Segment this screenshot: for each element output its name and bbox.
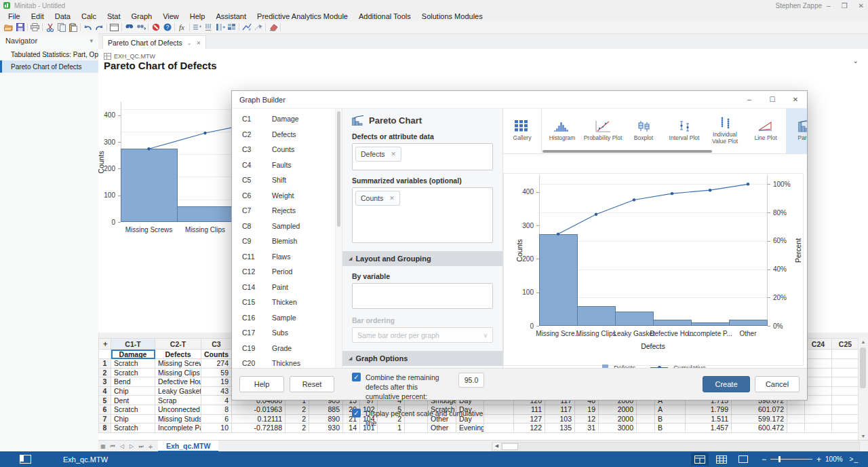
worksheet-cell[interactable]: Missing Clips	[155, 368, 201, 377]
chip-remove-icon[interactable]: ✕	[389, 195, 395, 202]
worksheet-cell[interactable]: 103	[545, 414, 575, 424]
next-worksheet-icon[interactable]: ▷	[127, 443, 136, 449]
worksheet-cell[interactable]	[832, 405, 859, 414]
formula-icon[interactable]: fx	[176, 22, 188, 33]
column-header[interactable]: C24	[805, 339, 832, 350]
restore-button[interactable]: ❐	[842, 2, 848, 10]
worksheet-cell[interactable]: 31	[575, 424, 599, 433]
worksheet-cell[interactable]: -0.72188	[232, 424, 285, 433]
cut-icon[interactable]	[44, 22, 56, 33]
new-window-icon[interactable]	[108, 22, 120, 33]
worksheet-cell[interactable]: B	[655, 424, 686, 433]
worksheet-cell[interactable]: 10	[201, 424, 232, 433]
worksheet-cell[interactable]: 0.12111	[232, 414, 285, 424]
insert-cols-icon[interactable]	[203, 22, 214, 33]
column-name-cell[interactable]	[99, 350, 111, 359]
worksheet-cell[interactable]: 2000	[599, 414, 637, 424]
worksheet-cell[interactable]	[805, 424, 832, 433]
section-graph-options[interactable]: ◢ Graph Options	[342, 351, 502, 366]
worksheet-tab[interactable]: Exh_qc.MTW	[158, 441, 218, 452]
worksheet-cell[interactable]	[805, 405, 832, 414]
worksheet-cell[interactable]: 111	[514, 405, 545, 414]
gallery-tile-histogram[interactable]: Histogram	[542, 109, 583, 153]
summarized-variables-field[interactable]: Counts ✕	[352, 187, 493, 243]
worksheet-cell[interactable]	[832, 424, 859, 433]
column-list-item[interactable]: C6Weight	[232, 188, 335, 204]
chip-remove-icon[interactable]: ✕	[391, 151, 397, 157]
scroll-up-icon[interactable]: ▲	[859, 339, 868, 344]
worksheet-cell[interactable]: 12	[575, 414, 599, 424]
column-header[interactable]: C2-T	[155, 339, 201, 350]
worksheet-cell[interactable]: Defective Housi	[155, 377, 201, 387]
worksheet-cell[interactable]: Incomplete Part	[155, 424, 201, 433]
column-list-item[interactable]: C19Grade	[232, 341, 335, 356]
find-icon[interactable]	[123, 22, 135, 33]
worksheet-cell[interactable]: 6	[99, 405, 111, 414]
column-name-cell[interactable]	[805, 350, 832, 359]
worksheet-cell[interactable]: 6	[201, 414, 232, 424]
zoom-slider-thumb[interactable]	[778, 456, 781, 462]
worksheet-cell[interactable]: 1.511	[686, 414, 732, 424]
worksheet-cell[interactable]: B	[655, 414, 686, 424]
find-next-icon[interactable]	[135, 22, 146, 33]
copy-icon[interactable]	[56, 22, 67, 33]
worksheet-info-icon[interactable]	[226, 22, 237, 33]
menu-stat[interactable]: Stat	[102, 12, 126, 20]
split-view-icon[interactable]	[691, 453, 709, 466]
worksheet-cell[interactable]	[805, 414, 832, 424]
paste-icon[interactable]	[67, 22, 79, 33]
worksheet-cell[interactable]: 2	[285, 405, 309, 414]
select-items-icon[interactable]	[252, 22, 264, 33]
column-list-item[interactable]: C9Blemish	[232, 234, 335, 249]
menu-calc[interactable]: Calc	[76, 12, 102, 20]
worksheet-cell[interactable]: Scratch	[111, 359, 155, 369]
worksheet-cell[interactable]: 19	[575, 405, 599, 414]
worksheet-cell[interactable]: Dent	[111, 396, 155, 405]
worksheet-horizontal-scrollbar[interactable]: ◀	[492, 442, 860, 451]
menu-data[interactable]: Data	[50, 12, 76, 20]
worksheet-cell[interactable]: 885	[309, 405, 343, 414]
eraser-icon[interactable]	[267, 22, 279, 33]
worksheet-cell[interactable]: 2	[285, 424, 309, 433]
zoom-out-icon[interactable]: −	[762, 455, 766, 464]
previous-worksheet-icon[interactable]: ◁	[117, 443, 127, 449]
worksheet-cell[interactable]	[832, 414, 859, 424]
command-line-icon[interactable]: >_	[850, 455, 859, 463]
worksheet-cell[interactable]: 5	[99, 396, 111, 405]
worksheet-cell[interactable]: 274	[201, 359, 232, 369]
by-variable-field[interactable]	[352, 283, 493, 309]
gallery-tile-line-plot[interactable]: Line Plot	[745, 109, 786, 153]
menu-solutions-modules[interactable]: Solutions Modules	[416, 12, 488, 20]
worksheet-cell[interactable]: 600.472	[732, 424, 787, 433]
navigator-item[interactable]: Tabulated Statistics: Part, Operator	[0, 48, 98, 60]
gallery-tile-boxplot[interactable]: Boxplot	[623, 109, 664, 153]
gallery-tile-probability-plot[interactable]: Probability Plot	[583, 109, 623, 153]
first-worksheet-icon[interactable]: ⏮	[108, 443, 117, 450]
display-percent-checkbox[interactable]: ✓	[352, 409, 361, 417]
worksheet-cell[interactable]	[787, 405, 805, 414]
counts-chip[interactable]: Counts ✕	[355, 191, 400, 206]
column-header[interactable]: C3	[201, 339, 232, 350]
column-list-item[interactable]: C20Thicknes	[232, 356, 335, 368]
column-header[interactable]: ＋	[99, 339, 111, 350]
worksheet-cell[interactable]: 3000	[599, 424, 637, 433]
column-list-item[interactable]: C14Paint	[232, 280, 335, 295]
dialog-title-bar[interactable]: Graph Builder – ☐ ✕	[232, 91, 807, 108]
save-icon[interactable]	[14, 22, 26, 33]
worksheet-cell[interactable]: 43	[201, 386, 232, 396]
worksheet-cell[interactable]: 2	[99, 368, 111, 377]
last-worksheet-icon[interactable]: ⏭	[136, 443, 146, 450]
scroll-left-icon[interactable]: ◀	[493, 443, 500, 449]
column-list-item[interactable]: C4Faults	[232, 157, 335, 173]
dialog-close-icon[interactable]: ✕	[784, 96, 807, 103]
worksheet-cell[interactable]: -0.01963	[232, 405, 285, 414]
tab-dropdown-icon[interactable]: ⌄	[187, 40, 192, 46]
output-tab[interactable]: Pareto Chart of Defects ⌄ ✕	[102, 35, 206, 50]
reset-button[interactable]: Reset	[290, 376, 334, 392]
defects-field[interactable]: Defects ✕	[352, 143, 493, 170]
zoom-slider[interactable]	[770, 459, 812, 460]
open-icon[interactable]	[3, 22, 14, 33]
worksheet-cell[interactable]: 8	[201, 405, 232, 414]
column-header[interactable]: C1-T	[111, 339, 155, 350]
dialog-maximize-icon[interactable]: ☐	[761, 96, 784, 103]
